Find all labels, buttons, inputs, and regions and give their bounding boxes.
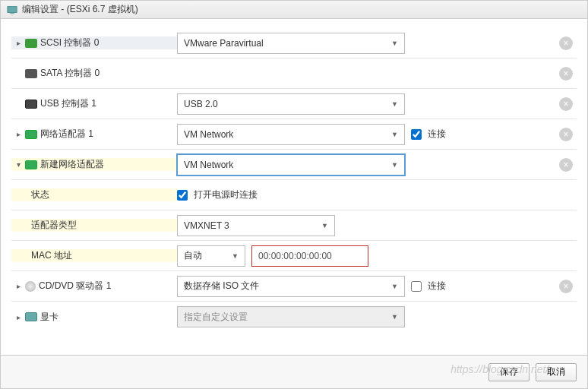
remove-nic1-button[interactable]: × [559, 128, 573, 141]
nic1-select[interactable]: VM Network [177, 124, 405, 145]
status-label: 状态 [31, 188, 49, 201]
row-scsi: ▸ SCSI 控制器 0 VMware Paravirtual × [11, 28, 577, 59]
dialog-title: 编辑设置 - (ESXi 6.7 虚拟机) [22, 3, 138, 16]
expander-icon[interactable]: ▸ [14, 313, 22, 321]
nic-new-label: 新建网络适配器 [40, 158, 104, 171]
gpu-label: 显卡 [40, 311, 58, 324]
row-usb: USB 控制器 1 USB 2.0 × [11, 89, 577, 119]
nic-icon [25, 130, 37, 139]
status-value: 打开电源时连接 [194, 188, 258, 201]
nic1-label: 网络适配器 1 [40, 128, 93, 141]
remove-sata-button[interactable]: × [559, 67, 573, 81]
row-adapter-type: 适配器类型 VMXNET 3 [11, 210, 577, 241]
mac-label: MAC 地址 [31, 249, 72, 262]
sata-icon [25, 69, 37, 78]
svg-rect-1 [10, 13, 14, 14]
mac-address-input[interactable] [251, 245, 368, 267]
row-nic1: ▸ 网络适配器 1 VM Network 连接 × [11, 119, 577, 150]
usb-label: USB 控制器 1 [40, 97, 96, 110]
save-button[interactable]: 保存 [488, 363, 530, 381]
row-sata: SATA 控制器 0 × [11, 59, 577, 89]
sata-label: SATA 控制器 0 [40, 67, 100, 80]
row-nic-new: ▾ 新建网络适配器 VM Network × [11, 150, 577, 180]
display-icon [25, 312, 37, 321]
cd-select[interactable]: 数据存储 ISO 文件 [177, 276, 405, 297]
dialog-footer: 保存 取消 [1, 355, 587, 388]
mac-mode-select[interactable]: 自动 [177, 245, 245, 267]
gpu-select[interactable]: 指定自定义设置 [177, 306, 405, 327]
cd-label: CD/DVD 驱动器 1 [39, 280, 111, 293]
usb-select[interactable]: USB 2.0 [177, 93, 405, 115]
scsi-icon [25, 39, 37, 48]
dialog-content: ▸ SCSI 控制器 0 VMware Paravirtual × SATA 控… [1, 19, 587, 355]
expander-icon[interactable]: ▸ [14, 130, 22, 138]
expander-icon[interactable]: ▸ [14, 282, 22, 290]
adapter-type-select[interactable]: VMXNET 3 [177, 215, 335, 236]
nic-icon [25, 160, 37, 169]
nic1-connect-checkbox[interactable] [411, 129, 422, 140]
nic1-connect-label: 连接 [428, 128, 446, 141]
remove-cd-button[interactable]: × [559, 280, 573, 293]
expander-icon[interactable]: ▸ [14, 39, 22, 47]
usb-icon [25, 100, 37, 109]
cd-icon [25, 281, 36, 292]
nic-new-select[interactable]: VM Network [177, 154, 405, 176]
vm-icon [7, 5, 17, 15]
cancel-button[interactable]: 取消 [536, 363, 577, 381]
scsi-label: SCSI 控制器 0 [40, 36, 99, 49]
remove-nic-new-button[interactable]: × [559, 158, 573, 172]
expander-icon[interactable]: ▾ [14, 160, 22, 169]
adapter-type-label: 适配器类型 [31, 219, 77, 232]
cd-connect-checkbox[interactable] [411, 281, 422, 292]
row-status: 状态 打开电源时连接 [11, 180, 577, 210]
row-mac: MAC 地址 自动 [11, 241, 577, 271]
remove-usb-button[interactable]: × [559, 97, 573, 111]
status-checkbox[interactable] [177, 190, 188, 201]
remove-scsi-button[interactable]: × [559, 36, 573, 50]
cd-connect-label: 连接 [428, 280, 446, 293]
row-cd: ▸ CD/DVD 驱动器 1 数据存储 ISO 文件 连接 × [11, 271, 577, 302]
edit-settings-dialog: 编辑设置 - (ESXi 6.7 虚拟机) ▸ SCSI 控制器 0 VMwar… [0, 0, 588, 389]
scsi-select[interactable]: VMware Paravirtual [177, 33, 405, 54]
svg-rect-0 [8, 6, 17, 12]
row-gpu: ▸ 显卡 指定自定义设置 [11, 302, 577, 332]
dialog-titlebar: 编辑设置 - (ESXi 6.7 虚拟机) [1, 1, 587, 19]
